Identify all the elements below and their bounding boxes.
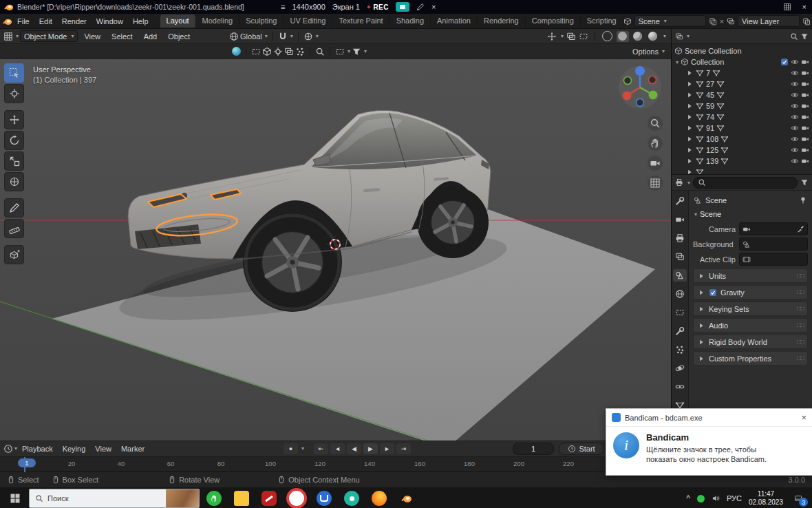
current-frame-field[interactable]: 1	[513, 443, 554, 455]
search-daily-image[interactable]	[166, 489, 199, 507]
menu-help[interactable]: Help	[128, 16, 153, 27]
shading-rendered-icon[interactable]	[647, 31, 659, 42]
volume-icon[interactable]	[712, 494, 720, 502]
timeline-editor-icon[interactable]	[3, 444, 13, 454]
menu-window[interactable]: Window	[92, 16, 128, 27]
window-close-icon[interactable]: ×	[802, 3, 806, 11]
gizmo-x-axis[interactable]	[623, 92, 632, 100]
tab-world-properties[interactable]	[673, 288, 687, 300]
panel-gravity[interactable]: Gravity ∷∷	[693, 285, 808, 299]
tab-scene-properties[interactable]	[673, 269, 687, 282]
panel-grip-icon[interactable]: ∷∷	[796, 272, 804, 279]
render-camera-icon[interactable]	[801, 113, 809, 121]
disclosure-arrow-icon[interactable]	[685, 80, 694, 88]
render-camera-icon[interactable]	[801, 124, 809, 132]
outliner-item[interactable]: 7	[672, 67, 812, 78]
scene-section-header[interactable]: ▾ Scene	[692, 207, 809, 221]
clock[interactable]: 11:47 02.08.2023	[749, 490, 783, 507]
unlink-scene-icon[interactable]: ×	[720, 17, 724, 25]
tab-output-properties[interactable]	[673, 232, 687, 244]
view-layer-selector[interactable]: View Layer	[738, 15, 800, 27]
outliner-item[interactable]: 45	[672, 89, 812, 100]
menu-add[interactable]: Add	[139, 31, 162, 42]
navigation-gizmo[interactable]	[616, 63, 664, 112]
panel-grip-icon[interactable]: ∷∷	[796, 338, 804, 346]
jump-to-start-button[interactable]: ⇤	[314, 443, 328, 454]
panel-keying-sets[interactable]: Keying Sets ∷∷	[693, 301, 808, 316]
tool-annotate[interactable]	[4, 198, 24, 218]
object-name[interactable]: 91	[706, 124, 714, 132]
object-name[interactable]: 27	[706, 80, 714, 88]
render-camera-icon[interactable]	[801, 91, 809, 99]
tool-measure[interactable]	[4, 219, 24, 238]
panel-audio[interactable]: Audio ∷∷	[693, 318, 808, 332]
menu-select[interactable]: Select	[107, 31, 138, 42]
tab-modeling[interactable]: Modeling	[196, 14, 240, 28]
menu-edit[interactable]: Edit	[34, 16, 57, 27]
render-camera-icon[interactable]	[801, 157, 809, 165]
shading-wireframe-icon[interactable]	[601, 31, 614, 42]
object-name[interactable]: 59	[706, 102, 714, 110]
tab-modifier-properties[interactable]	[673, 325, 687, 337]
tool-add-cube[interactable]	[4, 245, 24, 264]
menu-file[interactable]: File	[12, 16, 34, 27]
tab-tool-properties[interactable]	[673, 195, 687, 207]
game-capture-button[interactable]	[396, 2, 409, 12]
tab-compositing[interactable]: Compositing	[526, 14, 581, 28]
render-camera-icon[interactable]	[801, 146, 809, 154]
outliner-item-clipped[interactable]	[672, 167, 812, 175]
outliner-item[interactable]: 139	[672, 156, 812, 167]
panel-rigid-body-world[interactable]: Rigid Body World ∷∷	[693, 335, 808, 349]
taskbar-filezilla-icon[interactable]	[256, 487, 282, 508]
taskbar-obs-icon[interactable]	[339, 487, 365, 508]
hide-eye-icon[interactable]	[791, 113, 799, 121]
background-scene-field[interactable]	[739, 237, 808, 251]
outliner-editor-icon[interactable]	[675, 32, 683, 41]
playhead[interactable]: 1	[18, 458, 36, 467]
hide-eye-icon[interactable]	[791, 102, 799, 110]
tab-scripting[interactable]: Scripting	[581, 14, 623, 28]
gizmo-y-axis[interactable]	[649, 91, 658, 100]
properties-filter-icon[interactable]	[800, 178, 809, 187]
scene-collection-label[interactable]: Scene Collection	[685, 47, 742, 55]
tool-transform[interactable]	[4, 172, 24, 191]
jump-to-end-button[interactable]: ⇥	[396, 443, 411, 454]
tab-constraint-properties[interactable]	[673, 381, 687, 393]
options-dropdown[interactable]: Options	[632, 47, 659, 56]
transform-orientation-dropdown[interactable]: Global	[240, 32, 262, 41]
pin-icon[interactable]	[799, 196, 807, 204]
xray-toggle-icon[interactable]	[579, 32, 588, 41]
outliner[interactable]: Scene Collection ▾ Collection 7	[672, 44, 812, 175]
disclosure-arrow-icon[interactable]	[685, 135, 694, 143]
tool-rotate[interactable]	[4, 131, 24, 150]
blender-logo-icon[interactable]	[3, 17, 12, 26]
disclosure-arrow-icon[interactable]	[685, 124, 694, 132]
properties-editor-icon[interactable]	[675, 178, 683, 187]
zoom-icon[interactable]	[648, 116, 663, 131]
object-name[interactable]: 45	[706, 91, 714, 99]
panel-grip-icon[interactable]: ∷∷	[796, 354, 804, 362]
tool-move[interactable]	[4, 110, 24, 129]
menu-marker[interactable]: Marker	[116, 443, 149, 454]
object-name[interactable]: 7	[706, 69, 710, 77]
object-name[interactable]: 74	[706, 113, 714, 121]
popup-close-icon[interactable]: ×	[801, 412, 806, 423]
rec-button[interactable]: ● REC	[367, 3, 389, 11]
toggle-e-icon[interactable]	[295, 47, 305, 56]
active-clip-field[interactable]	[739, 253, 808, 266]
tab-view-layer-properties[interactable]	[673, 251, 687, 263]
show-overlays-icon[interactable]	[566, 32, 576, 41]
taskbar-blender-icon[interactable]	[394, 487, 420, 508]
screen-selector[interactable]: Экран 1	[332, 3, 360, 11]
panel-grip-icon[interactable]: ∷∷	[796, 321, 804, 329]
taskbar-notepad-icon[interactable]	[311, 487, 337, 508]
draw-pen-icon[interactable]	[416, 3, 425, 11]
menu-object[interactable]: Object	[163, 31, 195, 42]
render-camera-icon[interactable]	[801, 102, 809, 110]
3d-viewport[interactable]: User Perspective (1) Collection | 397	[0, 59, 671, 441]
tool-scale[interactable]	[4, 151, 24, 171]
mode-dropdown[interactable]: Object Mode ▾	[20, 30, 78, 42]
start-frame-field[interactable]: Start	[559, 443, 604, 455]
view-object-types-icon[interactable]	[335, 47, 345, 56]
outliner-item[interactable]: 91	[672, 123, 812, 134]
